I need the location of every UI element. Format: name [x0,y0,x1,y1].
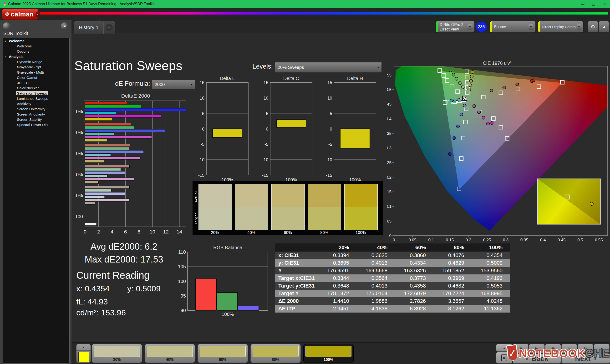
maximize-icon[interactable]: ▢ [588,0,599,8]
delta-l-chart: Delta L151050-5-10-15100% [193,76,253,183]
play-button[interactable]: ▶ [529,344,545,353]
table-cell: 0.3695 [318,260,356,266]
sidebar-item-grayscale-2pt[interactable]: Grayscale - 2pt [3,64,69,70]
svg-text:100: 100 [76,214,83,219]
record-button[interactable]: ◉ [545,344,561,353]
stop-button[interactable]: ■ [513,344,529,353]
settings-gear-button[interactable]: ⚙ [588,21,598,33]
close-icon[interactable]: ✕ [599,0,610,8]
sweep-card-60%[interactable]: 60% [197,344,248,363]
collapse-panel-button[interactable]: ◀ [598,21,609,33]
table-cell: 0.3344 [318,275,356,281]
target-swatch [272,207,305,230]
sidebar-item-spectral-power-dist-[interactable]: Spectral Power Dist. [3,122,69,127]
meter-dropdown[interactable]: X-Rite i1Pro 2 Direct View ▼ [436,21,475,33]
tab-history-1[interactable]: History 1 [74,21,104,34]
record-icon: ◉ [551,346,555,351]
table-cell: 0.4013 [356,283,395,289]
calman-menu-button[interactable]: ❖ calman ▼ [2,9,39,20]
tree-expander-icon[interactable]: ◢ [4,39,8,42]
refresh-icon: ↻ [584,346,587,351]
sidebar-item-screen-uniformity[interactable]: Screen Uniformity [3,106,69,112]
levels-select[interactable]: 20% Sweeps ▼ [275,62,382,73]
logo-bar: ❖ calman ▼ [0,8,610,20]
swatch-cell-80% [308,184,341,230]
svg-text:110: 110 [178,249,186,255]
sweep-card-40%[interactable]: 40% [145,344,195,363]
table-col-header: 20% [318,244,356,251]
svg-text:100%: 100% [76,109,83,114]
table-cell: 0.4682 [433,283,471,289]
display-control-dropdown-arrow-icon[interactable]: ▼ [576,24,582,30]
table-cell: 0.4076 [433,252,471,259]
sidebar-item-label: Color Gamut [16,76,38,79]
sidebar-item-welcome[interactable]: Welcome [3,43,69,49]
sidebar-item-screen-angularity[interactable]: Screen Angularity [3,112,69,117]
actual-row-label: Actual [194,186,198,208]
source-dropdown[interactable]: Source ▼ [490,21,536,33]
svg-text:0.35: 0.35 [387,131,391,136]
wave-button[interactable]: ∿ [561,344,577,353]
svg-text:0.55: 0.55 [387,73,391,78]
sidebar-item-additivity[interactable]: Additivity [3,101,69,106]
sidebar-item-grayscale-multi[interactable]: Grayscale - Multi [3,70,69,75]
stop-pattern-button[interactable]: ■ [496,352,512,364]
sidebar-item-label: Welcome [8,39,26,43]
table-row: ΔE ITP2.94514.18386.39288.126211.1362 [275,305,510,312]
expand-up-icon[interactable]: ▲ [77,344,91,351]
svg-text:0.4: 0.4 [387,117,391,121]
sweep-card-20%[interactable]: 20% [92,344,142,363]
calman-dropdown-icon[interactable]: ▼ [36,12,38,17]
next-button[interactable]: Next » [561,353,610,364]
svg-text:0.1: 0.1 [428,238,434,242]
dot-button[interactable]: ● [594,344,610,353]
svg-text:0.5: 0.5 [577,238,583,242]
tree-expander-icon[interactable]: ◢ [4,55,8,58]
sweep-card-label: 60% [198,358,247,362]
table-cell: 169.5668 [356,268,395,274]
pattern-mini-control[interactable]: ▲ [76,344,91,363]
refresh-button[interactable]: ↻ [578,344,593,353]
back-button[interactable]: « Back [513,353,561,364]
svg-text:CIE 1976 u'v': CIE 1976 u'v' [483,62,511,66]
table-cell: 159.1852 [433,268,471,274]
avg-de2000: Avg dE2000: 6.2 [76,242,171,252]
sidebar-item-luminance-sweeps[interactable]: Luminance Sweeps [3,96,69,101]
sidebar-item-color-gamut[interactable]: Color Gamut [3,75,69,80]
de-formula-select[interactable]: 2000 ▼ [152,79,195,90]
sidebar-item-analysis[interactable]: ◢Analysis [3,54,69,59]
sidebar-sphere-button[interactable] [3,22,10,29]
minimize-icon[interactable]: — [577,0,588,8]
table-cell: 0.3969 [433,275,471,281]
sidebar-collapse-button[interactable]: ◀ [61,22,68,29]
svg-text:RGB Balance: RGB Balance [213,245,242,250]
sidebar-item-dynamic-range[interactable]: Dynamic Range [3,59,69,64]
svg-text:80%: 80% [76,130,83,135]
svg-text:0.15: 0.15 [387,190,391,194]
sidebar: ◀ SDR Toolkit ◢WelcomeWelcomeOptions◢Ana… [0,20,71,364]
sidebar-item-options[interactable]: Options [3,49,69,54]
meter-dropdown-arrow-icon[interactable]: ▼ [467,24,473,30]
stop-icon: ■ [519,346,522,351]
svg-text:14: 14 [177,229,182,234]
add-tab-button[interactable]: + [104,21,115,34]
actual-swatch [199,184,232,207]
swatch-cell-60% [272,184,305,230]
sidebar-item-saturation-sweeps[interactable]: Saturation Sweeps [3,91,69,96]
table-row-label: x: CIE31 [275,252,318,259]
source-dropdown-arrow-icon[interactable]: ▼ [528,24,534,30]
svg-text:0.2: 0.2 [387,175,391,180]
panel-up-button[interactable]: ▲ [496,344,512,351]
display-control-dropdown[interactable]: Direct Display Control ▼ [538,21,583,33]
sweep-card-100%[interactable]: 100% [303,344,354,363]
sidebar-item-welcome[interactable]: ◢Welcome [3,38,69,43]
sidebar-item-3d-lut[interactable]: 3D LUT [3,80,69,85]
sidebar-item-colorchecker[interactable]: ColorChecker [3,85,69,91]
sweep-card-80%[interactable]: 80% [250,344,301,363]
table-cell: 163.6326 [395,268,433,274]
swatch-cell-40% [235,184,268,230]
svg-text:-15: -15 [326,173,332,178]
sidebar-item-screen-stability[interactable]: Screen Stability [3,117,69,122]
svg-text:20%: 20% [76,193,83,198]
delta-c-chart: Delta C151050-5-10-15100% [257,76,316,183]
